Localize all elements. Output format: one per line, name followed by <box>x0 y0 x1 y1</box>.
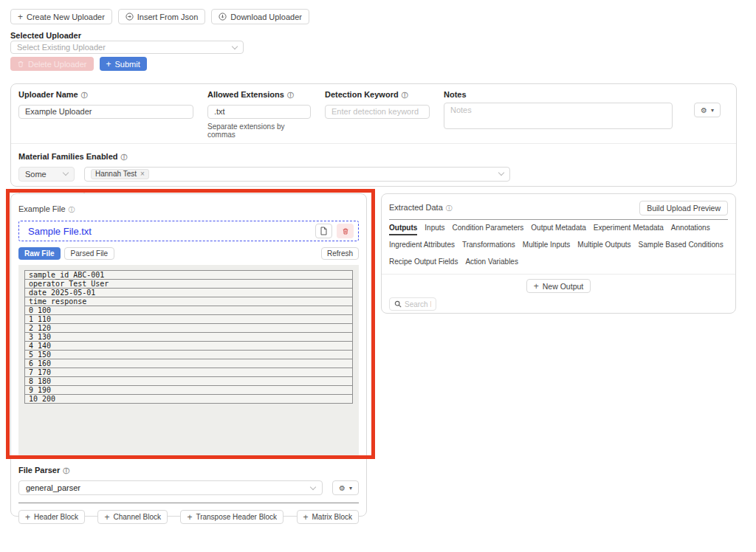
raw-file-viewer[interactable]: sample_id ABC-001operator Test_Userdate … <box>18 265 359 455</box>
info-icon: ⓘ <box>402 92 408 99</box>
detection-keyword-label: Detection Keywordⓘ <box>325 90 430 100</box>
detection-keyword-input[interactable] <box>325 105 430 119</box>
selected-uploader-placeholder: Select Existing Uploader <box>17 43 106 52</box>
parser-divider <box>18 503 359 503</box>
extracted-data-tab[interactable]: Sample Based Conditions <box>639 241 724 252</box>
create-new-uploader-button[interactable]: + Create New Uploader <box>10 9 112 24</box>
info-icon: ⓘ <box>121 153 128 161</box>
insert-from-json-label: Insert From Json <box>137 13 199 21</box>
file-parser-select[interactable]: general_parser <box>18 480 323 495</box>
add-block-label: Transpose Header Block <box>196 513 277 521</box>
extracted-data-tab[interactable]: Outputs <box>389 224 417 235</box>
insert-from-json-button[interactable]: Insert From Json <box>118 9 206 24</box>
chevron-down-icon <box>498 170 504 176</box>
extracted-data-tab[interactable]: Transformations <box>462 241 515 252</box>
info-icon: ⓘ <box>81 92 88 99</box>
gear-icon: ⚙ <box>339 484 346 492</box>
create-new-uploader-label: Create New Uploader <box>27 13 105 21</box>
new-output-button[interactable]: + New Output <box>526 279 591 293</box>
config-divider <box>11 143 736 144</box>
output-search-box[interactable] <box>389 297 436 311</box>
add-block-label: Matrix Block <box>312 513 352 521</box>
extracted-data-tab[interactable]: Output Metadata <box>531 224 586 235</box>
material-family-tag: Hannah Test × <box>91 169 149 179</box>
parsed-file-tab[interactable]: Parsed File <box>64 247 115 260</box>
allowed-extensions-input[interactable] <box>207 105 311 119</box>
chevron-down-icon <box>63 170 69 176</box>
add-block-button[interactable]: + Channel Block <box>97 510 168 524</box>
extracted-header-divider <box>389 219 728 220</box>
caret-down-icon: ▾ <box>711 107 714 114</box>
material-families-mode-value: Some <box>25 170 47 179</box>
extracted-data-tab[interactable]: Inputs <box>425 224 444 235</box>
add-block-button[interactable]: + Matrix Block <box>297 510 359 524</box>
notes-label: Notes <box>444 90 673 99</box>
add-block-button[interactable]: + Header Block <box>18 510 85 524</box>
material-families-multiselect[interactable]: Hannah Test × <box>84 167 510 182</box>
raw-file-tab[interactable]: Raw File <box>18 247 61 260</box>
delete-uploader-label: Delete Uploader <box>28 60 87 69</box>
add-block-label: Header Block <box>34 513 78 521</box>
delete-file-button[interactable] <box>337 224 354 238</box>
search-input[interactable] <box>405 300 431 308</box>
new-output-label: New Output <box>543 282 583 291</box>
config-settings-button[interactable]: ⚙ ▾ <box>694 103 721 117</box>
extracted-data-tab[interactable]: Action Variables <box>465 258 518 269</box>
download-uploader-button[interactable]: Download Uploader <box>211 9 309 24</box>
extracted-data-label: Extracted Dataⓘ <box>389 203 453 213</box>
selected-uploader-select[interactable]: Select Existing Uploader <box>10 41 244 54</box>
extracted-data-tab[interactable]: Condition Parameters <box>453 224 524 235</box>
chevron-down-icon <box>310 483 316 489</box>
caret-down-icon: ▾ <box>349 485 352 491</box>
close-icon[interactable]: × <box>140 170 145 178</box>
file-parser-value: general_parser <box>26 483 80 492</box>
uploader-config-card: Uploader Nameⓘ Allowed Extensionsⓘ Separ… <box>10 83 737 187</box>
extracted-data-tab[interactable]: Ingredient Attributes <box>389 241 455 252</box>
extracted-data-tab[interactable]: Experiment Metadata <box>594 224 664 235</box>
search-icon <box>394 300 402 308</box>
extracted-tabs-divider <box>382 274 735 275</box>
plus-icon: + <box>187 513 192 522</box>
download-uploader-label: Download Uploader <box>230 13 302 21</box>
allowed-extensions-label: Allowed Extensionsⓘ <box>207 90 311 100</box>
add-block-button[interactable]: + Transpose Header Block <box>180 510 284 524</box>
material-families-label: Material Families Enabledⓘ <box>18 152 128 161</box>
notes-textarea[interactable] <box>444 103 673 129</box>
submit-label: Submit <box>115 60 140 69</box>
refresh-button[interactable]: Refresh <box>321 247 359 260</box>
example-file-box: Sample File.txt <box>18 221 359 241</box>
uploader-name-input[interactable] <box>18 105 193 119</box>
extracted-data-tab[interactable]: Recipe Output Fields <box>389 258 458 269</box>
trash-icon <box>342 227 349 235</box>
info-icon: ⓘ <box>287 92 294 99</box>
material-families-mode-select[interactable]: Some <box>18 167 75 182</box>
uploader-actions: Delete Uploader + Submit <box>10 57 147 71</box>
plus-icon: + <box>106 60 111 69</box>
file-icon <box>320 227 328 235</box>
info-icon: ⓘ <box>69 206 75 213</box>
extracted-data-tabs: OutputsInputsCondition ParametersOutput … <box>389 224 728 269</box>
plus-icon: + <box>303 513 309 522</box>
parser-settings-button[interactable]: ⚙ ▾ <box>332 480 359 495</box>
delete-uploader-button[interactable]: Delete Uploader <box>10 57 94 71</box>
submit-button[interactable]: + Submit <box>100 57 147 71</box>
trash-icon <box>17 61 24 68</box>
info-icon: ⓘ <box>446 204 453 212</box>
extracted-data-tab[interactable]: Multiple Inputs <box>523 241 570 252</box>
build-upload-preview-button[interactable]: Build Upload Preview <box>639 201 728 215</box>
plus-icon: + <box>25 513 30 522</box>
extensions-hint: Separate extensions by commas <box>207 123 311 139</box>
view-file-button[interactable] <box>315 224 332 238</box>
plus-icon: + <box>18 13 23 21</box>
parser-block-buttons: + Header Block + Channel Block + Transpo… <box>18 510 359 524</box>
example-file-card: Example Fileⓘ Sample File.txt Raw File <box>10 193 367 517</box>
extracted-data-tab[interactable]: Multiple Outputs <box>577 241 630 252</box>
chevron-down-icon <box>232 43 238 49</box>
add-block-label: Channel Block <box>113 513 160 521</box>
download-icon <box>219 13 227 21</box>
example-file-name-link[interactable]: Sample File.txt <box>28 226 92 237</box>
file-line: 10 200 <box>24 394 353 404</box>
plus-icon: + <box>104 513 109 522</box>
import-icon <box>126 13 134 21</box>
extracted-data-tab[interactable]: Annotations <box>671 224 710 235</box>
